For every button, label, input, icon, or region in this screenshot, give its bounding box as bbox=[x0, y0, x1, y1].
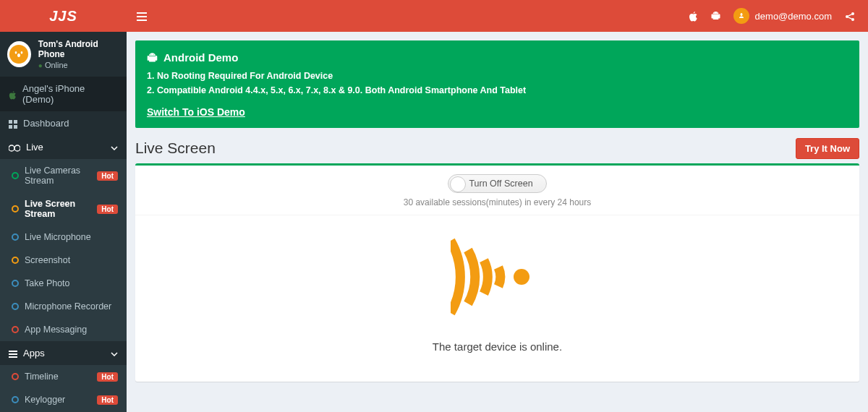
sessions-info: 30 available sessions(minutes) in every … bbox=[135, 197, 859, 207]
svg-rect-9 bbox=[14, 125, 17, 129]
hot-badge: Hot bbox=[97, 372, 118, 382]
sidebar-device-label: Angel's iPhone (Demo) bbox=[22, 83, 118, 105]
sidebar-live-cameras[interactable]: Live Cameras StreamHot bbox=[0, 159, 127, 192]
profile-name: Tom's Android Phone bbox=[38, 39, 119, 59]
sidebar-live-group[interactable]: Live bbox=[0, 135, 127, 159]
svg-point-17 bbox=[514, 269, 529, 285]
sidebar-live-screen[interactable]: Live Screen StreamHot bbox=[0, 192, 127, 226]
sidebar-screenshot[interactable]: Screenshot bbox=[0, 249, 127, 272]
demo-banner: Android Demo 1. No Rooting Required For … bbox=[135, 40, 859, 128]
wifi-signal-icon bbox=[451, 237, 545, 319]
svg-point-15 bbox=[150, 53, 151, 54]
apps-icon bbox=[9, 348, 17, 359]
user-menu[interactable]: demo@demo.com bbox=[733, 8, 832, 24]
sidebar-app-messaging[interactable]: App Messaging bbox=[0, 318, 127, 341]
banner-title-text: Android Demo bbox=[163, 51, 238, 64]
dashboard-icon bbox=[9, 118, 17, 129]
profile-status: ●Online bbox=[38, 61, 119, 69]
bullet-icon bbox=[12, 257, 19, 264]
sidebar-timeline[interactable]: TimelineHot bbox=[0, 365, 127, 388]
logo[interactable]: JJS bbox=[0, 8, 127, 25]
sidebar-live-microphone[interactable]: Live Microphone bbox=[0, 226, 127, 249]
user-email: demo@demo.com bbox=[755, 11, 832, 22]
bullet-icon bbox=[12, 396, 19, 403]
svg-rect-13 bbox=[9, 353, 17, 355]
profile-avatar bbox=[7, 41, 31, 67]
chevron-down-icon bbox=[111, 142, 118, 153]
svg-point-10 bbox=[9, 145, 14, 151]
page-header: Live Screen Try It Now bbox=[127, 137, 868, 163]
share-icon[interactable] bbox=[845, 10, 855, 22]
bullet-icon bbox=[12, 303, 19, 310]
main-content: Android Demo 1. No Rooting Required For … bbox=[127, 32, 868, 412]
sidebar-take-photo[interactable]: Take Photo bbox=[0, 272, 127, 295]
bullet-icon bbox=[12, 373, 19, 380]
banner-line-2: 2. Compatible Android 4.4.x, 5.x, 6.x, 7… bbox=[147, 83, 848, 98]
sidebar-mic-recorder[interactable]: Microphone Recorder bbox=[0, 295, 127, 318]
android-icon[interactable] bbox=[711, 10, 720, 22]
bullet-icon bbox=[12, 205, 19, 213]
screen-toggle[interactable]: Turn Off Screen bbox=[448, 174, 546, 193]
sidebar-live-label: Live bbox=[26, 142, 43, 153]
menu-toggle-icon[interactable] bbox=[127, 10, 156, 22]
sidebar-device-iphone[interactable]: Angel's iPhone (Demo) bbox=[0, 77, 127, 111]
top-header: JJS demo@demo.com bbox=[0, 0, 868, 32]
bullet-icon bbox=[12, 233, 19, 241]
device-status-text: The target device is online. bbox=[135, 340, 859, 353]
svg-rect-12 bbox=[9, 351, 17, 352]
svg-point-11 bbox=[14, 145, 20, 151]
avatar bbox=[733, 8, 749, 24]
sidebar-live-submenu: Live Cameras StreamHot Live Screen Strea… bbox=[0, 159, 127, 341]
sidebar-profile[interactable]: Tom's Android Phone ●Online bbox=[0, 32, 127, 77]
apple-icon[interactable] bbox=[689, 10, 698, 22]
svg-point-16 bbox=[153, 53, 154, 54]
toggle-label: Turn Off Screen bbox=[469, 179, 532, 189]
svg-rect-7 bbox=[14, 120, 17, 124]
live-icon bbox=[9, 142, 20, 153]
svg-point-1 bbox=[716, 13, 717, 14]
svg-rect-8 bbox=[9, 125, 12, 129]
sidebar-apps-submenu: TimelineHot KeyloggerHot Install59 Activ… bbox=[0, 365, 127, 412]
svg-rect-14 bbox=[9, 356, 17, 358]
sidebar-dashboard-label: Dashboard bbox=[23, 118, 69, 129]
sidebar: Tom's Android Phone ●Online Angel's iPho… bbox=[0, 32, 127, 412]
banner-line-1: 1. No Rooting Required For Android Devic… bbox=[147, 69, 848, 83]
try-it-now-button[interactable]: Try It Now bbox=[796, 138, 859, 159]
chevron-down-icon bbox=[111, 348, 118, 359]
android-icon bbox=[147, 51, 158, 64]
sidebar-dashboard[interactable]: Dashboard bbox=[0, 111, 127, 135]
hot-badge: Hot bbox=[97, 205, 118, 214]
sidebar-apps-label: Apps bbox=[23, 348, 45, 359]
page-title: Live Screen bbox=[135, 140, 216, 157]
svg-rect-6 bbox=[9, 120, 12, 124]
apple-icon bbox=[9, 88, 17, 99]
header-right: demo@demo.com bbox=[689, 8, 868, 24]
sidebar-apps-group[interactable]: Apps bbox=[0, 341, 127, 365]
switch-demo-link[interactable]: Switch To iOS Demo bbox=[147, 106, 848, 118]
svg-point-0 bbox=[714, 13, 715, 14]
hot-badge: Hot bbox=[97, 395, 118, 405]
sidebar-keylogger[interactable]: KeyloggerHot bbox=[0, 388, 127, 411]
bullet-icon bbox=[12, 172, 19, 179]
live-screen-panel: Turn Off Screen 30 available sessions(mi… bbox=[135, 163, 859, 382]
bullet-icon bbox=[12, 280, 19, 287]
hot-badge: Hot bbox=[97, 171, 118, 181]
bullet-icon bbox=[12, 326, 19, 333]
